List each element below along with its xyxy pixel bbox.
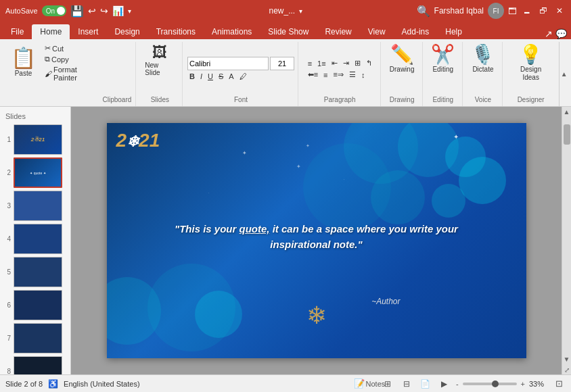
slideshow-view-button[interactable]: ▶ — [437, 378, 452, 390]
cut-button[interactable]: ✂ Cut — [43, 43, 102, 53]
tab-insert[interactable]: Insert — [70, 24, 106, 39]
file-name: new_... — [269, 6, 295, 16]
align-center-button[interactable]: ≡ — [321, 70, 329, 80]
copy-icon: ⧉ — [45, 55, 50, 64]
minimize-btn[interactable]: 🗕 — [521, 5, 533, 17]
clipboard-group: 📋 Paste ✂ Cut ⧉ Copy 🖌 Format Painter — [3, 42, 136, 106]
font-size-input[interactable] — [270, 57, 294, 70]
editing-group: ✂️ Editing Editing — [424, 42, 463, 106]
user-name: Farshad Iqbal — [434, 6, 484, 16]
design-ideas-button[interactable]: 💡 Design Ideas — [508, 43, 553, 84]
close-btn[interactable]: ✕ — [553, 5, 566, 17]
tab-slideshow[interactable]: Slide Show — [260, 24, 317, 39]
tab-view[interactable]: View — [360, 24, 394, 39]
slide-thumb-6[interactable]: 6 — [3, 290, 68, 320]
slide-thumb-1[interactable]: 1 2☃21 — [3, 124, 68, 155]
tab-design[interactable]: Design — [106, 24, 147, 39]
rtl-button[interactable]: ↰ — [364, 58, 374, 68]
zoom-in-button[interactable]: + — [521, 380, 525, 388]
highlight-button[interactable]: 🖊 — [237, 72, 249, 81]
save-icon[interactable]: 💾 — [70, 5, 84, 18]
paste-button[interactable]: 📋 Paste — [7, 43, 40, 80]
columns-button[interactable]: ⊞ — [352, 58, 363, 68]
undo-icon[interactable]: ↩ — [88, 5, 96, 16]
slide-thumb-3[interactable]: 3 — [3, 191, 68, 221]
redo-icon[interactable]: ↪ — [100, 5, 108, 16]
slide-thumb-2[interactable]: 2 ✦ quote ✦ — [3, 157, 68, 188]
slide-canvas[interactable]: ✦ · ✦ · ✦ ✦ 2❄21 "This is your quote, it… — [107, 123, 526, 358]
format-painter-button[interactable]: 🖌 Format Painter — [43, 65, 102, 82]
tab-file[interactable]: File — [3, 24, 32, 39]
scroll-up-arrow[interactable]: ▲ — [562, 107, 572, 116]
drawing-button[interactable]: ✏️ Drawing — [386, 43, 418, 75]
voice-group: 🎙️ Dictate Voice — [464, 42, 503, 106]
line-spacing-button[interactable]: ↕ — [359, 70, 367, 80]
normal-view-button[interactable]: ⊞ — [380, 378, 395, 390]
font-group: B I U S A 🖊 Font — [184, 42, 298, 106]
slide-thumb-7[interactable]: 7 — [3, 323, 68, 353]
align-right-button[interactable]: ≡⇒ — [331, 70, 345, 80]
tab-addins[interactable]: Add-ins — [394, 24, 438, 39]
design-ideas-icon: 💡 — [519, 45, 543, 64]
tab-help[interactable]: Help — [437, 24, 470, 39]
editing-button[interactable]: ✂️ Editing — [428, 43, 458, 75]
copy-button[interactable]: ⧉ Copy — [43, 54, 102, 64]
justify-button[interactable]: ☰ — [347, 70, 358, 80]
ribbon-display-icon[interactable]: 🗔 — [508, 6, 517, 16]
search-icon[interactable]: 🔍 — [417, 5, 430, 18]
reading-view-button[interactable]: 📄 — [418, 378, 433, 390]
paragraph-group: ≡ 1≡ ⇤ ⇥ ⊞ ↰ ⬅≡ ≡ ≡⇒ ☰ ↕ Paragraph — [300, 42, 381, 106]
increase-indent-button[interactable]: ⇥ — [341, 58, 351, 68]
restore-btn[interactable]: 🗗 — [537, 5, 549, 17]
zoom-slider[interactable] — [463, 383, 517, 385]
strikethrough-button[interactable]: S — [216, 72, 225, 81]
slide-thumb-8[interactable]: 8 — [3, 356, 68, 374]
clipboard-label: Clipboard — [102, 95, 131, 105]
font-name-input[interactable] — [187, 57, 269, 70]
underline-button[interactable]: U — [206, 72, 215, 81]
italic-button[interactable]: I — [198, 72, 204, 81]
new-slide-icon: 🖼 — [152, 45, 167, 60]
tab-transitions[interactable]: Transitions — [148, 24, 204, 39]
main-area: Slides 1 2☃21 2 ✦ quote ✦ 3 4 5 — [0, 107, 571, 374]
fit-page-icon[interactable]: ⤢ — [562, 365, 572, 374]
tab-review[interactable]: Review — [317, 24, 359, 39]
zoom-out-button[interactable]: - — [456, 380, 459, 388]
tab-home[interactable]: Home — [32, 24, 70, 39]
new-slide-button[interactable]: 🖼 New Slide — [141, 43, 178, 78]
slide-quote[interactable]: "This is your quote, it can be a space w… — [170, 222, 463, 252]
canvas-area[interactable]: ✦ · ✦ · ✦ ✦ 2❄21 "This is your quote, it… — [71, 107, 562, 374]
numbering-button[interactable]: 1≡ — [315, 59, 328, 68]
editing-label: Editing — [432, 95, 453, 105]
autosave-toggle[interactable]: On — [42, 5, 66, 16]
slide-author: ~Author — [371, 297, 400, 306]
paste-label: Paste — [15, 70, 32, 77]
file-dropdown-icon[interactable]: ▾ — [299, 7, 302, 15]
user-avatar: FI — [488, 3, 504, 19]
zoom-thumb — [492, 381, 499, 387]
ribbon-collapse-button[interactable]: ▲ — [559, 42, 568, 106]
notes-button[interactable]: 📝 Notes — [363, 377, 376, 391]
scroll-down-arrow[interactable]: ▼ — [562, 354, 572, 364]
fit-button[interactable]: ⊡ — [552, 377, 566, 391]
slide-sorter-button[interactable]: ⊟ — [399, 378, 414, 390]
decrease-indent-button[interactable]: ⇤ — [329, 58, 340, 68]
quick-access-icon[interactable]: 📊 — [112, 5, 124, 16]
bold-button[interactable]: B — [187, 72, 197, 81]
align-left-button[interactable]: ⬅≡ — [306, 70, 320, 80]
scroll-track[interactable] — [564, 118, 570, 353]
slides-group: 🖼 New Slide Slides — [137, 42, 183, 106]
font-color-button[interactable]: A — [227, 72, 235, 81]
slide-thumb-4[interactable]: 4 — [3, 224, 68, 254]
tab-animations[interactable]: Animations — [204, 24, 260, 39]
title-bar: AutoSave On 💾 ↩ ↪ 📊 ▾ new_... ▾ 🔍 Farsha… — [0, 0, 571, 22]
drawing-group: ✏️ Drawing Drawing — [382, 42, 423, 106]
dropdown-icon[interactable]: ▾ — [128, 7, 131, 15]
accessibility-icon[interactable]: ♿ — [48, 379, 58, 389]
comment-icon[interactable]: 💬 — [555, 28, 567, 39]
share-icon[interactable]: ↗ — [545, 28, 553, 39]
slide-thumb-5[interactable]: 5 — [3, 257, 68, 287]
dictate-button[interactable]: 🎙️ Dictate — [467, 43, 498, 75]
bullet-button[interactable]: ≡ — [306, 59, 314, 68]
scroll-thumb[interactable] — [564, 124, 570, 145]
